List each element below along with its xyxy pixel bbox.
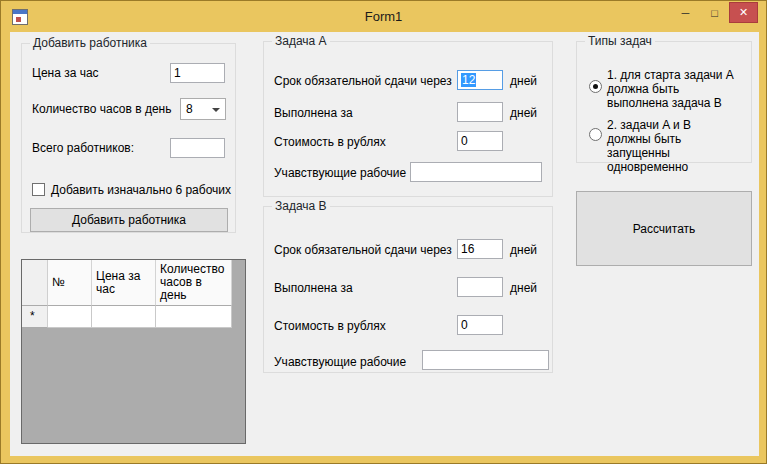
workers-grid[interactable]: № Цена за час Количество часов в день *: [21, 259, 246, 444]
price-per-hour-input[interactable]: [170, 63, 225, 83]
hours-per-day-label: Количество часов в день: [32, 102, 171, 116]
task-b-done-label: Выполнена за: [274, 281, 353, 295]
grid-new-row-marker: *: [22, 306, 48, 328]
add-six-workers-checkbox[interactable]: [32, 183, 45, 196]
task-a-cost-input[interactable]: [457, 131, 503, 151]
task-a-done-label: Выполнена за: [274, 106, 353, 120]
task-b-workers-label: Учавствующие рабочие: [274, 355, 406, 369]
grid-cell-number[interactable]: [48, 306, 92, 328]
task-b-done-input[interactable]: [457, 277, 503, 297]
task-a-done-unit-label: дней: [510, 106, 537, 120]
task-a-workers-input[interactable]: [410, 162, 542, 182]
task-b-deadline-label: Срок обязательной сдачи через: [274, 243, 452, 257]
task-type-radio-1[interactable]: [589, 80, 602, 93]
grid-corner-cell[interactable]: [22, 260, 48, 306]
grid-column-hours[interactable]: Количество часов в день: [156, 260, 232, 306]
add-six-workers-checkbox-label: Добавить изначально 6 рабочих: [51, 183, 231, 197]
grid-cell-hours[interactable]: [156, 306, 232, 328]
group-task-b-title: Задача B: [272, 199, 330, 213]
group-task-types: Типы задач 1. для старта задачи A должна…: [576, 41, 752, 163]
group-task-a-title: Задача A: [272, 34, 330, 48]
task-type-radio-2-label[interactable]: 2. задачи A и B должны быть запущенны од…: [607, 118, 749, 174]
task-b-done-unit-label: дней: [510, 281, 537, 295]
calculate-button[interactable]: Рассчитать: [576, 191, 752, 266]
caption-buttons: ─ □ ✕: [671, 2, 758, 23]
grid-column-price[interactable]: Цена за час: [92, 260, 156, 306]
task-a-done-input[interactable]: [457, 102, 503, 122]
client-area: Добавить работника Цена за час Количеств…: [10, 32, 759, 456]
task-b-deadline-unit-label: дней: [510, 243, 537, 257]
task-b-deadline-input[interactable]: [457, 239, 503, 259]
grid-new-row[interactable]: *: [22, 306, 245, 328]
task-b-workers-input[interactable]: [422, 350, 549, 370]
window: Form1 ─ □ ✕ Добавить работника Цена за ч…: [0, 0, 767, 464]
hours-per-day-value: 8: [186, 102, 193, 116]
close-button[interactable]: ✕: [729, 2, 758, 23]
task-a-workers-label: Учавствующие рабочие: [274, 166, 406, 180]
chevron-down-icon: [212, 108, 220, 112]
grid-column-number[interactable]: №: [48, 260, 92, 306]
group-task-types-title: Типы задач: [585, 34, 655, 48]
group-task-b: Задача B Срок обязательной сдачи через д…: [263, 206, 553, 373]
minimize-button[interactable]: ─: [671, 2, 700, 23]
task-b-cost-label: Стоимость в рублях: [274, 319, 386, 333]
group-add-worker: Добавить работника Цена за час Количеств…: [21, 43, 236, 233]
task-a-deadline-selected-text: 12: [461, 73, 476, 87]
task-a-deadline-label: Срок обязательной сдачи через: [274, 74, 452, 88]
titlebar[interactable]: Form1 ─ □ ✕: [1, 1, 766, 32]
grid-header-row: № Цена за час Количество часов в день: [22, 260, 245, 306]
task-a-deadline-unit-label: дней: [510, 74, 537, 88]
window-title: Form1: [1, 9, 766, 24]
grid-cell-price[interactable]: [92, 306, 156, 328]
add-worker-button[interactable]: Добавить работника: [30, 208, 228, 232]
group-add-worker-title: Добавить работника: [30, 36, 150, 50]
task-a-deadline-input[interactable]: 12: [457, 70, 503, 90]
total-workers-label: Всего работников:: [32, 141, 134, 155]
task-type-radio-1-label[interactable]: 1. для старта задачи A должна быть выпол…: [607, 68, 749, 110]
maximize-button[interactable]: □: [700, 2, 729, 23]
total-workers-input[interactable]: [170, 138, 225, 158]
task-b-cost-input[interactable]: [457, 315, 503, 335]
task-type-radio-2[interactable]: [589, 128, 602, 141]
group-task-a: Задача A Срок обязательной сдачи через 1…: [263, 41, 553, 197]
hours-per-day-combobox[interactable]: 8: [180, 98, 226, 120]
task-a-cost-label: Стоимость в рублях: [274, 135, 386, 149]
price-per-hour-label: Цена за час: [32, 66, 99, 80]
